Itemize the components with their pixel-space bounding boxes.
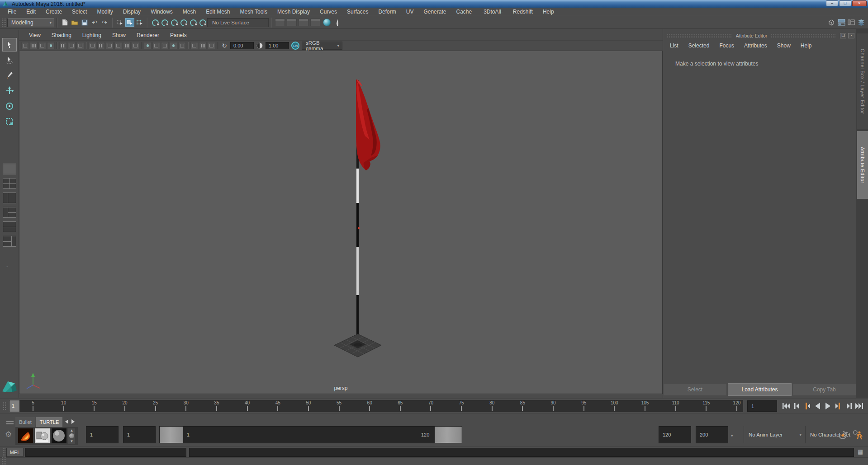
shelf-menu-icon[interactable] <box>6 421 14 424</box>
layout-four-pane[interactable] <box>3 178 16 189</box>
shelf-tab-bullet[interactable]: Bullet <box>15 417 35 427</box>
panel-menu-shading[interactable]: Shading <box>46 32 77 38</box>
snap-to-view-plane-icon[interactable] <box>189 19 197 26</box>
auto-keyframe-icon[interactable] <box>852 430 864 442</box>
help-line-grip[interactable] <box>1 457 6 465</box>
color-management-toggle[interactable]: ON <box>291 42 299 50</box>
layout-shortcut-minus[interactable]: - <box>6 263 8 270</box>
resolution-gate-icon[interactable] <box>97 42 105 49</box>
minimize-button[interactable]: – <box>826 0 838 6</box>
scroll-down-icon[interactable]: ▼ <box>68 439 75 443</box>
redo-icon[interactable]: ↷ <box>100 18 109 27</box>
rotate-tool[interactable] <box>2 99 17 113</box>
menu-modify[interactable]: Modify <box>92 9 118 15</box>
timeline-grip[interactable] <box>3 401 7 410</box>
snap-to-projected-center-icon[interactable] <box>180 19 187 26</box>
ae-menu-selected[interactable]: Selected <box>683 42 715 49</box>
use-all-lights-icon[interactable] <box>170 42 177 49</box>
render-current-frame-icon[interactable] <box>287 19 297 26</box>
menu-3dtoall[interactable]: -3DtoAll- <box>477 9 508 15</box>
lasso-tool[interactable] <box>2 53 17 67</box>
close-panel-icon[interactable]: × <box>848 33 854 38</box>
menu-create[interactable]: Create <box>41 9 67 15</box>
scroll-up-icon[interactable]: ▲ <box>68 428 75 432</box>
shelf-scroll-left-icon[interactable] <box>65 419 68 424</box>
ipr-render-icon[interactable] <box>299 19 308 26</box>
new-scene-icon[interactable] <box>60 18 69 27</box>
bookmarks-icon[interactable] <box>47 42 55 49</box>
attribute-editor-header[interactable]: Attribute Editor ❏ × <box>663 32 856 40</box>
shadows-icon[interactable] <box>178 42 186 49</box>
uv-editor-launcher-icon[interactable] <box>1 379 18 395</box>
range-slider-track[interactable]: 1 120 <box>159 426 462 443</box>
menu-windows[interactable]: Windows <box>146 9 178 15</box>
layout-pane-with-outliner[interactable] <box>3 207 16 218</box>
camera-attributes-icon[interactable] <box>38 42 46 49</box>
mel-language-button[interactable]: MEL <box>6 448 24 457</box>
range-end-handle[interactable] <box>435 427 462 443</box>
menu-file[interactable]: File <box>3 9 21 15</box>
animation-start-field[interactable]: 1 <box>86 426 119 443</box>
live-surface-field[interactable]: No Live Surface <box>207 18 269 27</box>
oversan-icon[interactable] <box>76 42 84 49</box>
select-tool[interactable] <box>2 38 17 52</box>
menu-cache[interactable]: Cache <box>451 9 477 15</box>
select-hierarchy-icon[interactable] <box>115 18 124 27</box>
isolate-select-icon[interactable] <box>190 42 198 49</box>
step-forward-frame-button[interactable] <box>844 400 854 412</box>
anim-layer-dropdown[interactable]: No Anim Layer ▾ <box>744 426 805 443</box>
menu-display[interactable]: Display <box>118 9 146 15</box>
shelf-item-fire[interactable] <box>18 428 33 443</box>
safe-action-icon[interactable] <box>123 42 131 49</box>
film-gate-icon[interactable] <box>89 42 96 49</box>
shaded-icon[interactable] <box>152 42 160 49</box>
menu-help[interactable]: Help <box>538 9 559 15</box>
select-button[interactable]: Select <box>663 383 727 396</box>
menu-uv[interactable]: UV <box>401 9 419 15</box>
paint-effects-icon[interactable] <box>333 18 342 27</box>
menu-mesh-display[interactable]: Mesh Display <box>272 9 315 15</box>
safe-title-icon[interactable] <box>132 42 139 49</box>
status-line-grip[interactable] <box>1 18 6 27</box>
go-to-start-button[interactable] <box>781 400 792 412</box>
exposure-icon[interactable]: ↻ <box>220 42 229 50</box>
tab-channel-box[interactable]: Channel Box / Layer Editor <box>857 33 868 129</box>
range-start-handle[interactable] <box>160 427 183 443</box>
maximize-button[interactable]: □ <box>839 0 851 6</box>
2d-pan-zoom-icon[interactable] <box>68 42 76 49</box>
animation-end-field[interactable]: 200 <box>696 426 728 443</box>
timeline-strip[interactable]: 1 51015202530354045505560657075808590951… <box>9 400 743 412</box>
xray-icon[interactable] <box>199 42 207 49</box>
move-tool[interactable] <box>2 84 17 98</box>
float-panel-icon[interactable]: ❏ <box>840 33 846 38</box>
layout-single-pane[interactable] <box>3 164 16 174</box>
step-back-key-button[interactable] <box>802 400 812 412</box>
ae-menu-help[interactable]: Help <box>796 42 817 49</box>
animation-preferences-icon[interactable] <box>838 430 849 442</box>
menu-surfaces[interactable]: Surfaces <box>342 9 373 15</box>
exposure-field[interactable]: 0.00 <box>230 42 254 49</box>
open-scene-icon[interactable] <box>70 18 79 27</box>
select-object-icon[interactable] <box>125 18 134 27</box>
play-backwards-button[interactable] <box>812 400 823 412</box>
go-to-end-button[interactable] <box>854 400 864 412</box>
gate-mask-icon[interactable] <box>106 42 114 49</box>
snap-to-grid-icon[interactable] <box>151 19 159 26</box>
panel-menu-panels[interactable]: Panels <box>165 32 192 38</box>
select-camera-icon[interactable] <box>21 42 29 49</box>
step-back-frame-button[interactable] <box>792 400 802 412</box>
xray-joints-icon[interactable] <box>208 42 215 49</box>
undo-icon[interactable]: ↶ <box>90 18 99 27</box>
select-component-icon[interactable] <box>135 18 144 27</box>
menu-redshift[interactable]: Redshift <box>508 9 538 15</box>
menu-edit-mesh[interactable]: Edit Mesh <box>201 9 235 15</box>
script-editor-icon[interactable]: ▦ <box>858 448 863 455</box>
viewport-canvas[interactable]: persp <box>19 51 663 394</box>
panel-menu-show[interactable]: Show <box>107 32 131 38</box>
field-chart-icon[interactable] <box>114 42 122 49</box>
snap-to-curve-icon[interactable] <box>161 19 168 26</box>
channel-box-toggle-icon[interactable] <box>857 18 866 27</box>
render-settings-icon[interactable] <box>310 19 320 26</box>
modeling-toolkit-icon[interactable] <box>827 18 836 27</box>
ae-menu-attributes[interactable]: Attributes <box>739 42 772 49</box>
